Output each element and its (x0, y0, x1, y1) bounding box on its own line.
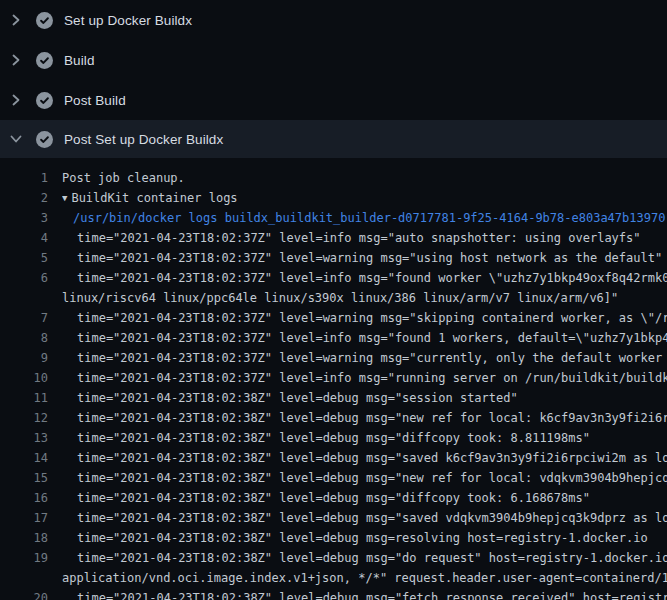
chevron-down-icon[interactable] (8, 131, 24, 147)
line-number[interactable]: 6 (0, 268, 48, 288)
log-line-text: time="2021-04-23T18:02:38Z" level=debug … (62, 508, 667, 528)
step-label: Set up Docker Buildx (64, 13, 192, 28)
log-line-text: time="2021-04-23T18:02:38Z" level=debug … (62, 388, 667, 408)
steps-list: Set up Docker BuildxBuildPost BuildPost … (0, 0, 667, 158)
log-line-text: linux/riscv64 linux/ppc64le linux/s390x … (62, 288, 667, 308)
line-number[interactable]: 3 (0, 208, 48, 228)
step-label: Post Set up Docker Buildx (64, 132, 223, 147)
log-row: 9time="2021-04-23T18:02:37Z" level=warni… (0, 348, 667, 368)
line-number[interactable]: 15 (0, 468, 48, 488)
line-number[interactable]: 12 (0, 408, 48, 428)
log-row: 16time="2021-04-23T18:02:38Z" level=debu… (0, 488, 667, 508)
log-row: 17time="2021-04-23T18:02:38Z" level=debu… (0, 508, 667, 528)
check-circle-icon (36, 52, 53, 69)
chevron-right-icon[interactable] (8, 52, 24, 68)
log-line-text: time="2021-04-23T18:02:37Z" level=info m… (62, 368, 667, 388)
log-line-text: time="2021-04-23T18:02:38Z" level=debug … (62, 548, 667, 568)
log-line-text: time="2021-04-23T18:02:37Z" level=info m… (62, 328, 667, 348)
log-line-text: Post job cleanup. (62, 168, 667, 188)
step-row-post-set-up-docker-buildx[interactable]: Post Set up Docker Buildx (0, 120, 667, 158)
log-row: 14time="2021-04-23T18:02:38Z" level=debu… (0, 448, 667, 468)
check-circle-icon (36, 12, 53, 29)
chevron-right-icon[interactable] (8, 92, 24, 108)
line-number[interactable]: 5 (0, 248, 48, 268)
chevron-right-icon[interactable] (8, 12, 24, 28)
log-row: 13time="2021-04-23T18:02:38Z" level=debu… (0, 428, 667, 448)
line-number (0, 568, 48, 588)
log-line-text: time="2021-04-23T18:02:37Z" level=warnin… (62, 248, 667, 268)
line-number[interactable]: 10 (0, 368, 48, 388)
triangle-down-icon[interactable]: ▼ (62, 188, 67, 208)
log-row: 1Post job cleanup. (0, 168, 667, 188)
log-line-text: time="2021-04-23T18:02:38Z" level=debug … (62, 448, 667, 468)
log-row: 18time="2021-04-23T18:02:38Z" level=debu… (0, 528, 667, 548)
line-number[interactable]: 13 (0, 428, 48, 448)
line-number[interactable]: 7 (0, 308, 48, 328)
check-circle-icon (36, 131, 53, 148)
line-number[interactable]: 16 (0, 488, 48, 508)
log-line-text: time="2021-04-23T18:02:37Z" level=info m… (62, 228, 667, 248)
log-row: linux/riscv64 linux/ppc64le linux/s390x … (0, 288, 667, 308)
log-row: 3/usr/bin/docker logs buildx_buildkit_bu… (0, 208, 667, 228)
log-row: 20time="2021-04-23T18:02:38Z" level=debu… (0, 588, 667, 600)
log-line-text: time="2021-04-23T18:02:37Z" level=warnin… (62, 308, 667, 328)
log-row: 10time="2021-04-23T18:02:37Z" level=info… (0, 368, 667, 388)
step-row-build[interactable]: Build (0, 40, 667, 80)
log-row: 8time="2021-04-23T18:02:37Z" level=info … (0, 328, 667, 348)
line-number[interactable]: 19 (0, 548, 48, 568)
step-row-post-build[interactable]: Post Build (0, 80, 667, 120)
line-number[interactable]: 4 (0, 228, 48, 248)
check-circle-icon (36, 92, 53, 109)
log-line-text: time="2021-04-23T18:02:37Z" level=info m… (62, 268, 667, 288)
log-line-text: time="2021-04-23T18:02:38Z" level=debug … (62, 428, 667, 448)
log-row: 11time="2021-04-23T18:02:38Z" level=debu… (0, 388, 667, 408)
log-line-text: time="2021-04-23T18:02:38Z" level=debug … (62, 488, 667, 508)
log-line-text: time="2021-04-23T18:02:37Z" level=warnin… (62, 348, 667, 368)
log-line-text: application/vnd.oci.image.index.v1+json,… (62, 568, 667, 588)
log-command-text: /usr/bin/docker logs buildx_buildkit_bui… (62, 208, 667, 228)
log-line-text: time="2021-04-23T18:02:38Z" level=debug … (62, 588, 667, 600)
log-line-text: time="2021-04-23T18:02:38Z" level=debug … (62, 528, 667, 548)
line-number[interactable]: 14 (0, 448, 48, 468)
line-number[interactable]: 11 (0, 388, 48, 408)
line-number (0, 288, 48, 308)
log-group-line: ▼BuildKit container logs (62, 188, 667, 208)
log-line-text: time="2021-04-23T18:02:38Z" level=debug … (62, 408, 667, 428)
log-view: 1Post job cleanup.2▼BuildKit container l… (0, 158, 667, 600)
line-number[interactable]: 18 (0, 528, 48, 548)
line-number[interactable]: 20 (0, 588, 48, 600)
log-row: 2▼BuildKit container logs (0, 188, 667, 208)
log-row: application/vnd.oci.image.index.v1+json,… (0, 568, 667, 588)
log-row: 12time="2021-04-23T18:02:38Z" level=debu… (0, 408, 667, 428)
log-row: 19time="2021-04-23T18:02:38Z" level=debu… (0, 548, 667, 568)
log-row: 6time="2021-04-23T18:02:37Z" level=info … (0, 268, 667, 288)
log-row: 4time="2021-04-23T18:02:37Z" level=info … (0, 228, 667, 248)
line-number[interactable]: 2 (0, 188, 48, 208)
step-label: Build (64, 53, 95, 68)
line-number[interactable]: 17 (0, 508, 48, 528)
log-row: 15time="2021-04-23T18:02:38Z" level=debu… (0, 468, 667, 488)
group-title: BuildKit container logs (71, 191, 237, 205)
line-number[interactable]: 8 (0, 328, 48, 348)
log-line-text: time="2021-04-23T18:02:38Z" level=debug … (62, 468, 667, 488)
log-row: 5time="2021-04-23T18:02:37Z" level=warni… (0, 248, 667, 268)
line-number[interactable]: 9 (0, 348, 48, 368)
log-row: 7time="2021-04-23T18:02:37Z" level=warni… (0, 308, 667, 328)
step-row-set-up-docker-buildx[interactable]: Set up Docker Buildx (0, 0, 667, 40)
step-label: Post Build (64, 93, 126, 108)
line-number[interactable]: 1 (0, 168, 48, 188)
